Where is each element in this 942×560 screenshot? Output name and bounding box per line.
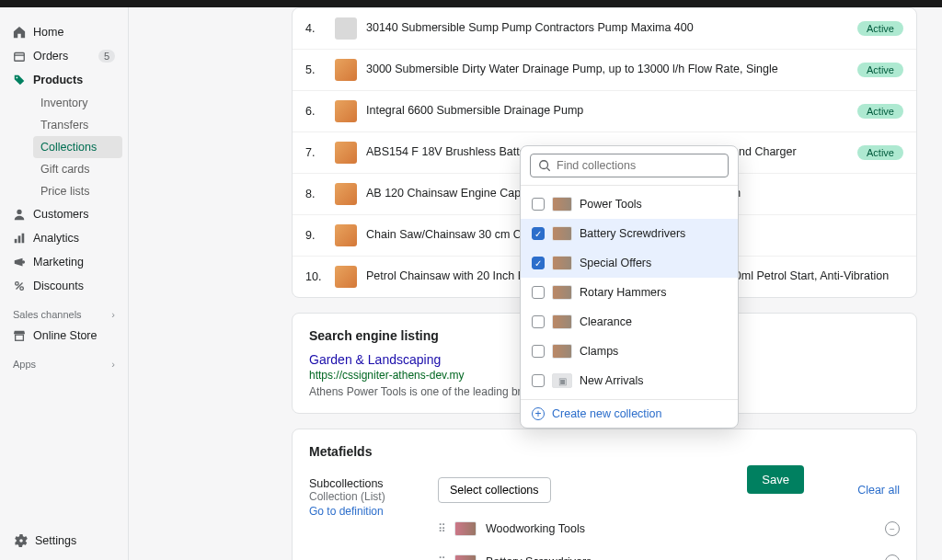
collection-option[interactable]: Rotary Hammers xyxy=(521,278,738,307)
collection-label: Power Tools xyxy=(580,198,642,211)
save-button[interactable]: Save xyxy=(747,465,804,494)
collections-popover: Power Tools✓ Battery Screwdrivers✓ Speci… xyxy=(520,145,739,429)
collection-label: Battery Screwdrivers xyxy=(486,555,876,560)
sidebar-item-customers[interactable]: Customers xyxy=(6,202,122,226)
collection-thumbnail xyxy=(552,226,572,241)
sidebar-item-orders[interactable]: Orders5 xyxy=(6,44,122,68)
metafields-heading: Metafields xyxy=(309,444,900,459)
sidebar: HomeOrders5ProductsInventoryTransfersCol… xyxy=(0,7,129,560)
svg-point-1 xyxy=(17,77,18,79)
go-to-definition-link[interactable]: Go to definition xyxy=(309,505,384,518)
product-thumbnail xyxy=(335,17,357,40)
collection-option[interactable]: ✓ Battery Screwdrivers xyxy=(521,219,738,248)
checkbox[interactable]: ✓ xyxy=(532,257,545,269)
settings-link[interactable]: Settings xyxy=(7,529,121,553)
metafields-card: Metafields Subcollections Collection (Li… xyxy=(292,429,917,560)
collection-option[interactable]: ✓ Special Offers xyxy=(521,248,738,278)
product-row[interactable]: 5. 3000 Submersible Dirty Water Drainage… xyxy=(293,50,916,91)
checkbox[interactable] xyxy=(532,345,545,358)
product-row[interactable]: 6. Integral 6600 Submersible Drainage Pu… xyxy=(293,91,916,132)
row-number: 5. xyxy=(305,63,326,76)
product-row[interactable]: 4. 30140 Submersible Sump Pump Contracto… xyxy=(293,8,916,50)
product-thumbnail xyxy=(335,142,357,164)
drag-handle-icon[interactable]: ⠿ xyxy=(438,528,445,531)
chevron-right-icon[interactable]: › xyxy=(111,359,115,370)
status-badge: Active xyxy=(857,145,903,160)
svg-point-7 xyxy=(16,282,19,286)
collection-option[interactable]: Clamps xyxy=(521,337,738,366)
checkbox[interactable] xyxy=(532,198,545,211)
svg-rect-5 xyxy=(22,234,25,244)
collection-label: Woodworking Tools xyxy=(486,522,876,535)
sidebar-subitem-gift-cards[interactable]: Gift cards xyxy=(33,158,122,180)
status-badge: Active xyxy=(857,63,903,77)
home-icon xyxy=(13,26,26,39)
sidebar-item-discounts[interactable]: Discounts xyxy=(6,274,122,298)
product-thumbnail xyxy=(335,183,357,205)
collection-search-input[interactable] xyxy=(557,159,720,172)
svg-line-12 xyxy=(547,168,550,171)
apps-label: Apps › xyxy=(0,348,128,373)
row-number: 10. xyxy=(305,270,326,283)
checkbox[interactable] xyxy=(532,286,545,299)
collection-label: Rotary Hammers xyxy=(580,286,666,299)
product-title: 30140 Submersible Sump Pump Contractors … xyxy=(366,20,848,37)
sidebar-subitem-inventory[interactable]: Inventory xyxy=(33,92,122,114)
checkbox[interactable]: ✓ xyxy=(532,227,545,240)
sidebar-item-analytics[interactable]: Analytics xyxy=(6,226,122,250)
product-thumbnail xyxy=(335,59,357,81)
row-number: 9. xyxy=(305,229,326,242)
remove-icon[interactable]: − xyxy=(885,521,900,536)
svg-rect-4 xyxy=(18,235,21,243)
svg-point-2 xyxy=(17,210,21,214)
products-icon xyxy=(13,74,26,86)
status-badge: Active xyxy=(857,104,903,119)
svg-rect-0 xyxy=(15,53,25,62)
sidebar-item-marketing[interactable]: Marketing xyxy=(6,250,122,274)
collection-label: Special Offers xyxy=(580,257,651,269)
search-icon xyxy=(538,159,551,172)
create-collection-link[interactable]: Create new collection xyxy=(552,407,662,420)
sidebar-subitem-collections[interactable]: Collections xyxy=(33,136,122,158)
collection-label: Battery Screwdrivers xyxy=(580,227,685,240)
checkbox[interactable] xyxy=(532,315,545,328)
collection-thumbnail: ▣ xyxy=(552,373,572,388)
analytics-icon xyxy=(13,232,26,245)
select-collections-button[interactable]: Select collections xyxy=(438,477,551,503)
subcollections-label: Subcollections xyxy=(309,477,401,490)
svg-rect-3 xyxy=(15,239,17,243)
checkbox[interactable] xyxy=(532,374,545,387)
gear-icon xyxy=(15,534,28,547)
collection-label: New Arrivals xyxy=(580,374,643,387)
remove-icon[interactable]: − xyxy=(885,554,900,560)
sidebar-subitem-transfers[interactable]: Transfers xyxy=(33,114,122,136)
svg-point-11 xyxy=(540,161,548,169)
row-number: 4. xyxy=(305,22,326,35)
sidebar-item-products[interactable]: Products xyxy=(6,68,122,92)
collection-label: Clearance xyxy=(580,315,632,328)
marketing-icon xyxy=(13,256,26,269)
chevron-right-icon[interactable]: › xyxy=(111,309,115,320)
svg-point-6 xyxy=(22,260,26,264)
plus-circle-icon: + xyxy=(532,407,545,420)
svg-line-9 xyxy=(17,283,23,290)
discounts-icon xyxy=(13,280,26,292)
sidebar-subitem-price-lists[interactable]: Price lists xyxy=(33,180,122,202)
collection-thumbnail xyxy=(454,521,477,536)
customers-icon xyxy=(13,208,26,221)
product-title: 3000 Submersible Dirty Water Drainage Pu… xyxy=(366,62,848,78)
collection-search-field[interactable] xyxy=(530,154,729,177)
badge: 5 xyxy=(98,50,115,63)
collection-option[interactable]: Clearance xyxy=(521,307,738,337)
sidebar-item-home[interactable]: Home xyxy=(6,20,122,44)
collection-label: Clamps xyxy=(580,345,618,358)
product-thumbnail xyxy=(335,100,357,122)
subcollections-type: Collection (List) xyxy=(309,490,401,503)
sidebar-channel-online-store[interactable]: Online Store xyxy=(6,324,122,348)
clear-all-link[interactable]: Clear all xyxy=(857,484,900,497)
orders-icon xyxy=(13,50,26,63)
collection-option[interactable]: Power Tools xyxy=(521,189,738,219)
status-badge: Active xyxy=(857,21,903,36)
product-thumbnail xyxy=(335,224,357,246)
collection-option[interactable]: ▣ New Arrivals xyxy=(521,366,738,395)
